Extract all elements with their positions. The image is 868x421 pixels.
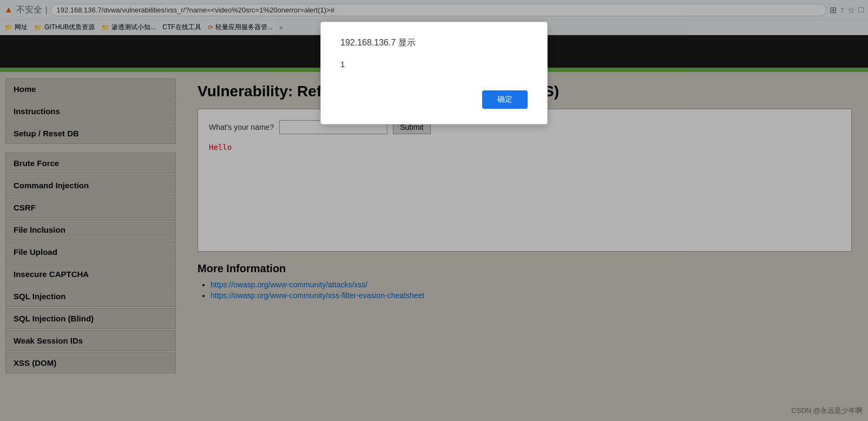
dialog-title: 192.168.136.7 显示 bbox=[340, 37, 528, 49]
dialog-overlay: 192.168.136.7 显示 1 确定 bbox=[0, 0, 868, 397]
dialog-ok-button[interactable]: 确定 bbox=[482, 90, 528, 109]
alert-dialog: 192.168.136.7 显示 1 确定 bbox=[320, 22, 548, 124]
dialog-value: 1 bbox=[340, 60, 528, 69]
dialog-buttons: 确定 bbox=[340, 90, 528, 109]
